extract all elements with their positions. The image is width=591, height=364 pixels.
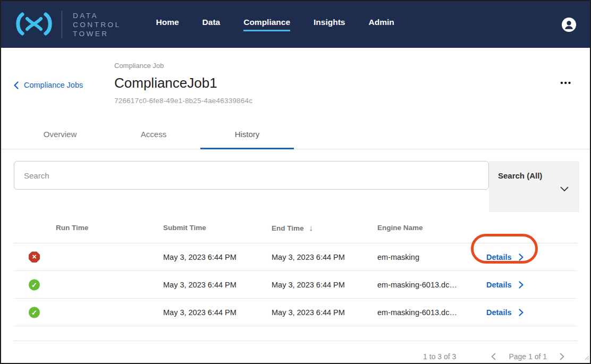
submit-time-cell: May 3, 2023 6:44 PM	[163, 281, 237, 289]
engine-name-cell: em-masking-6013.dc…	[377, 281, 457, 289]
previous-page-icon[interactable]	[491, 353, 496, 360]
end-time-cell: May 3, 2023 6:44 PM	[272, 253, 345, 261]
tab-overview[interactable]: Overview	[13, 126, 107, 149]
user-avatar-icon[interactable]	[562, 18, 576, 32]
column-header-run-time[interactable]: Run Time	[56, 224, 88, 232]
submit-time-cell: May 3, 2023 6:44 PM	[163, 308, 237, 317]
entity-type-label: Compliance Job	[114, 62, 252, 70]
table-row: May 3, 2023 6:44 PM May 3, 2023 6:44 PM …	[14, 243, 577, 271]
next-page-icon[interactable]	[560, 353, 564, 360]
nav-item-insights[interactable]: Insights	[314, 18, 345, 31]
search-section: Search (All)	[14, 161, 577, 212]
resize-handle-icon[interactable]	[584, 353, 589, 362]
engine-name-cell: em-masking	[377, 253, 419, 261]
detail-tabs: Overview Access History	[1, 126, 590, 149]
column-header-submit-time[interactable]: Submit Time	[163, 224, 206, 232]
app-window: DATA CONTROL TOWER Home Data Compliance …	[0, 0, 591, 364]
table-header-row: Run Time Submit Time End Time↓ Engine Na…	[14, 212, 577, 243]
brand-wordmark: DATA CONTROL TOWER	[73, 11, 121, 38]
brand-divider	[62, 11, 62, 38]
chevron-left-icon	[14, 81, 19, 89]
chevron-right-icon	[519, 309, 524, 316]
search-input[interactable]	[14, 161, 489, 190]
end-time-cell: May 3, 2023 6:44 PM	[272, 308, 345, 317]
details-link[interactable]: Details	[486, 308, 524, 317]
nav-item-compliance[interactable]: Compliance	[243, 18, 290, 31]
search-scope-dropdown[interactable]: Search (All)	[489, 161, 579, 212]
more-actions-icon[interactable]: •••	[560, 79, 572, 87]
chevron-right-icon	[519, 253, 524, 261]
details-link[interactable]: Details	[486, 281, 524, 289]
engine-name-cell: em-masking-6013.dc…	[377, 308, 457, 317]
column-header-engine-name[interactable]: Engine Name	[377, 224, 423, 232]
chevron-right-icon	[519, 281, 524, 289]
top-navbar: DATA CONTROL TOWER Home Data Compliance …	[1, 1, 590, 48]
chevron-down-icon	[560, 184, 569, 194]
tab-history[interactable]: History	[200, 126, 294, 149]
nav-item-home[interactable]: Home	[156, 18, 179, 31]
nav-item-data[interactable]: Data	[202, 18, 221, 31]
table-footer-divider	[14, 326, 577, 341]
entity-uuid: 726617c0-6fe8-49e1-8b25-4ae46339864c	[114, 97, 252, 105]
tab-access[interactable]: Access	[107, 126, 200, 149]
back-link-label: Compliance Jobs	[24, 81, 83, 89]
history-table: Run Time Submit Time End Time↓ Engine Na…	[14, 212, 577, 326]
search-scope-label: Search (All)	[498, 171, 542, 180]
pagination-page-label: Page 1 of 1	[509, 352, 547, 361]
table-row: May 3, 2023 6:44 PM May 3, 2023 6:44 PM …	[14, 271, 577, 299]
page-title: ComplianceJob1	[114, 75, 252, 91]
nav-item-admin[interactable]: Admin	[368, 18, 394, 31]
success-status-icon	[29, 307, 40, 318]
page-header: Compliance Jobs Compliance Job Complianc…	[1, 48, 590, 112]
column-header-end-time[interactable]: End Time↓	[272, 223, 313, 232]
delphix-logo-icon[interactable]	[14, 11, 54, 39]
table-row: May 3, 2023 6:44 PM May 3, 2023 6:44 PM …	[14, 299, 577, 326]
pagination-range-label: 1 to 3 of 3	[423, 352, 456, 361]
pagination-bar: 1 to 3 of 3 Page 1 of 1	[1, 341, 590, 364]
error-status-icon	[29, 251, 40, 263]
end-time-cell: May 3, 2023 6:44 PM	[272, 281, 345, 289]
details-link[interactable]: Details	[486, 253, 524, 261]
back-to-compliance-jobs-link[interactable]: Compliance Jobs	[14, 81, 83, 89]
primary-nav: Home Data Compliance Insights Admin	[156, 18, 394, 31]
submit-time-cell: May 3, 2023 6:44 PM	[163, 253, 237, 261]
sort-desc-icon: ↓	[309, 223, 314, 232]
success-status-icon	[29, 279, 40, 290]
